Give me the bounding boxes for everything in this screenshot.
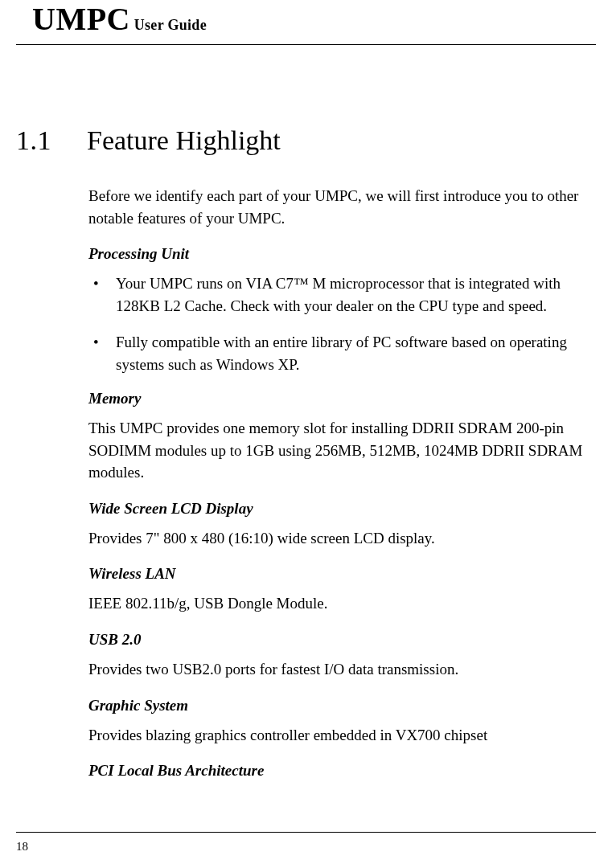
processing-bullet-2: Fully compatible with an entire library … <box>88 331 588 375</box>
content-area: 1.1 Feature Highlight Before we identify… <box>0 45 612 780</box>
page-number: 18 <box>16 840 28 853</box>
processing-heading: Processing Unit <box>88 245 588 263</box>
section-title: Feature Highlight <box>87 125 281 156</box>
section-number: 1.1 <box>16 125 63 156</box>
processing-bullet-1: Your UMPC runs on VIA C7™ M microprocess… <box>88 272 588 317</box>
pci-heading: PCI Local Bus Architecture <box>88 762 588 780</box>
processing-bullets: Your UMPC runs on VIA C7™ M microprocess… <box>88 272 588 375</box>
header-title: UMPC User Guide <box>32 18 207 32</box>
graphic-text: Provides blazing graphics controller emb… <box>88 724 588 747</box>
usb-heading: USB 2.0 <box>88 631 588 649</box>
memory-heading: Memory <box>88 390 588 407</box>
header-subtitle: User Guide <box>130 17 207 33</box>
display-text: Provides 7" 800 x 480 (16:10) wide scree… <box>88 527 588 550</box>
wireless-text: IEEE 802.11b/g, USB Dongle Module. <box>88 592 588 615</box>
usb-text: Provides two USB2.0 ports for fastest I/… <box>88 658 588 681</box>
page-header: UMPC User Guide <box>16 0 596 45</box>
section-heading-row: 1.1 Feature Highlight <box>16 125 596 156</box>
memory-text: This UMPC provides one memory slot for i… <box>88 417 588 484</box>
display-heading: Wide Screen LCD Display <box>88 500 588 518</box>
header-product: UMPC <box>32 1 130 37</box>
graphic-heading: Graphic System <box>88 697 588 714</box>
intro-paragraph: Before we identify each part of your UMP… <box>88 185 588 229</box>
page-footer: 18 <box>16 832 596 854</box>
body-block: Before we identify each part of your UMP… <box>88 185 588 780</box>
wireless-heading: Wireless LAN <box>88 565 588 583</box>
